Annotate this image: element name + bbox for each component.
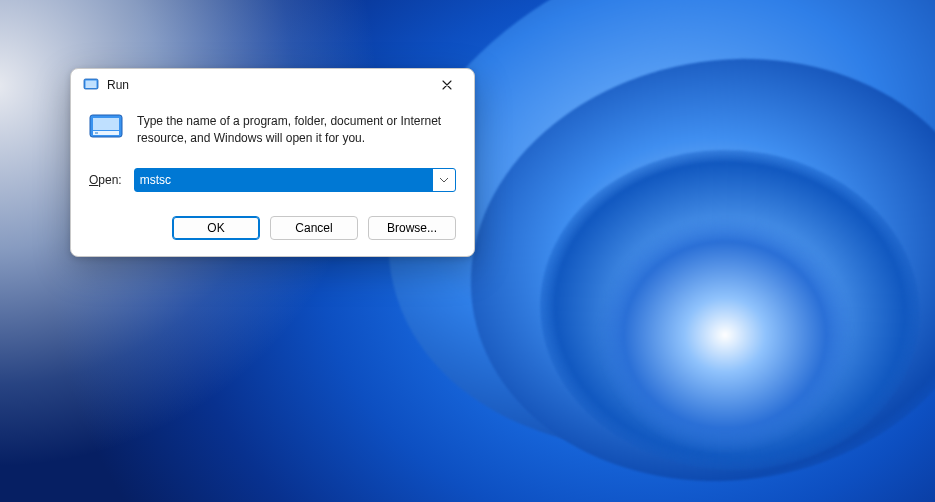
- open-label: Open:: [89, 173, 122, 187]
- run-icon-small: [83, 76, 99, 95]
- close-icon: [442, 80, 452, 90]
- svg-rect-4: [93, 118, 119, 130]
- cancel-button[interactable]: Cancel: [270, 216, 358, 240]
- chevron-down-icon: [439, 177, 449, 183]
- open-combobox[interactable]: mstsc: [134, 168, 456, 192]
- titlebar[interactable]: Run: [71, 69, 474, 101]
- close-button[interactable]: [430, 72, 464, 98]
- svg-rect-1: [86, 80, 97, 86]
- browse-button[interactable]: Browse...: [368, 216, 456, 240]
- open-input[interactable]: [135, 169, 433, 191]
- instruction-text: Type the name of a program, folder, docu…: [137, 111, 456, 148]
- ok-button[interactable]: OK: [172, 216, 260, 240]
- dialog-title: Run: [107, 78, 129, 92]
- wallpaper-petal: [595, 215, 855, 455]
- combobox-dropdown-button[interactable]: [433, 169, 455, 191]
- svg-rect-2: [86, 86, 97, 88]
- svg-rect-6: [95, 132, 98, 134]
- run-dialog: Run Type the name of a program, folder, …: [70, 68, 475, 257]
- run-icon: [89, 113, 123, 139]
- open-input-selected-text: mstsc: [138, 172, 174, 188]
- desktop-wallpaper: Run Type the name of a program, folder, …: [0, 0, 935, 502]
